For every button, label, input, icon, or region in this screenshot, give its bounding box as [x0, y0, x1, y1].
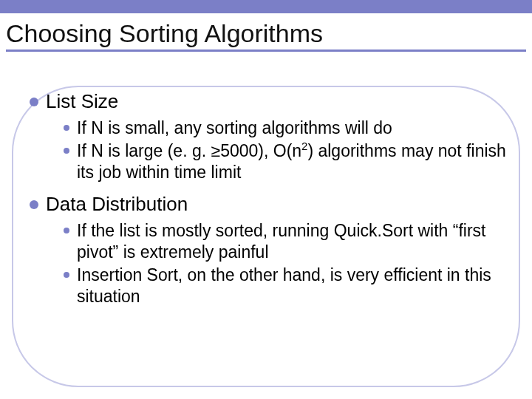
list-item: Insertion Sort, on the other hand, is ve… — [64, 265, 507, 307]
topic-list-size: List Size — [30, 90, 511, 113]
list-item-text: If the list is mostly sorted, running Qu… — [77, 220, 507, 263]
slide-title: Choosing Sorting Algorithms — [6, 19, 526, 48]
topic-heading: List Size — [46, 90, 118, 113]
list-item-text: If N is large (e. g. ≥5000), O(n2) algor… — [77, 140, 507, 183]
title-area: Choosing Sorting Algorithms — [0, 13, 532, 59]
list-item: If N is small, any sorting algorithms wi… — [64, 117, 507, 139]
bullet-icon — [64, 125, 69, 131]
bullet-icon — [64, 148, 69, 154]
bullet-icon — [64, 272, 69, 278]
list-item: If N is large (e. g. ≥5000), O(n2) algor… — [64, 140, 507, 183]
bullet-icon — [64, 228, 69, 233]
topic-heading: Data Distribution — [46, 193, 188, 216]
topic-data-distribution: Data Distribution — [30, 193, 511, 216]
list-item-text: If N is small, any sorting algorithms wi… — [77, 117, 392, 139]
title-underline — [6, 50, 526, 52]
list-item: If the list is mostly sorted, running Qu… — [64, 220, 507, 263]
list-item-text: Insertion Sort, on the other hand, is ve… — [77, 265, 507, 307]
bullet-icon — [30, 98, 38, 106]
content: List Size If N is small, any sorting alg… — [30, 90, 511, 308]
accent-bar — [0, 0, 532, 13]
bullet-icon — [30, 200, 38, 209]
